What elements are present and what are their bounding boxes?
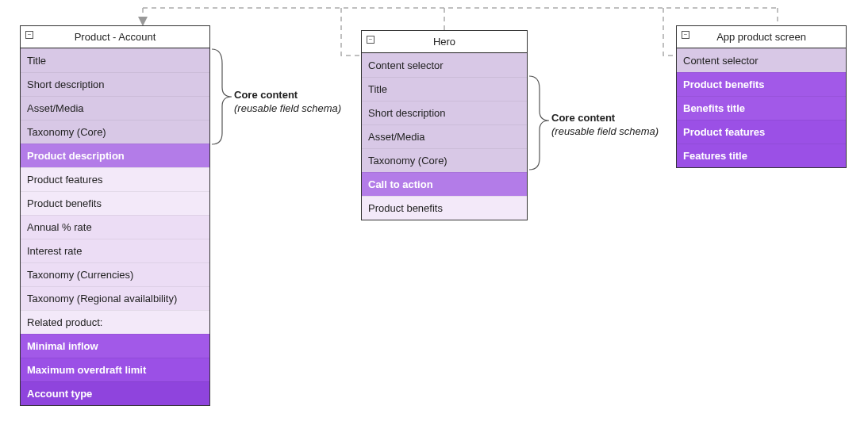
row-label: Product benefits bbox=[368, 202, 443, 214]
row-label: Title bbox=[27, 55, 46, 67]
table-row: Interest rate bbox=[21, 239, 209, 262]
table-row: Taxonomy (Regional availalbility) bbox=[21, 286, 209, 310]
table-row: Annual % rate bbox=[21, 215, 209, 239]
row-label: Product description bbox=[27, 150, 125, 162]
table-row: Product features bbox=[677, 120, 846, 144]
table-app-product-screen: − App product screen Content selectorPro… bbox=[676, 25, 847, 168]
table-row: Account type bbox=[21, 381, 209, 405]
table-row: Product benefits bbox=[677, 72, 846, 96]
row-label: Taxonomy (Core) bbox=[368, 155, 447, 167]
row-label: Asset/Media bbox=[368, 131, 425, 143]
table-row: Features title bbox=[677, 144, 846, 167]
table-row: Product benefits bbox=[21, 191, 209, 215]
table-row: Taxonomy (Currencies) bbox=[21, 262, 209, 286]
table-row: Short description bbox=[21, 72, 209, 96]
row-label: Taxonomy (Core) bbox=[27, 126, 106, 138]
row-label: Taxonomy (Regional availalbility) bbox=[27, 293, 177, 304]
row-label: Interest rate bbox=[27, 245, 82, 257]
table-row: Call to action bbox=[362, 172, 527, 196]
table-row: Title bbox=[362, 77, 527, 101]
row-label: Related product: bbox=[27, 316, 102, 328]
collapse-icon[interactable]: − bbox=[25, 31, 33, 39]
table-row: Content selector bbox=[677, 48, 846, 72]
annotation-core-content-1: Core content (reusable field schema) bbox=[234, 89, 341, 116]
table-hero: − Hero Content selectorTitleShort descri… bbox=[361, 30, 528, 220]
table-header: − Hero bbox=[362, 31, 527, 53]
table-title: Product - Account bbox=[21, 31, 209, 43]
table-row: Benefits title bbox=[677, 96, 846, 120]
annotation-subtitle: (reusable field schema) bbox=[551, 125, 659, 139]
row-label: Asset/Media bbox=[27, 102, 84, 114]
table-row: Asset/Media bbox=[21, 96, 209, 120]
row-label: Maximum overdraft limit bbox=[27, 364, 146, 376]
row-label: Short description bbox=[27, 78, 105, 90]
row-label: Product benefits bbox=[683, 78, 765, 90]
annotation-subtitle: (reusable field schema) bbox=[234, 102, 341, 116]
collapse-icon[interactable]: − bbox=[367, 36, 374, 44]
row-label: Minimal inflow bbox=[27, 340, 98, 352]
table-row: Maximum overdraft limit bbox=[21, 358, 209, 381]
table-row: Taxonomy (Core) bbox=[21, 120, 209, 144]
table-row: Taxonomy (Core) bbox=[362, 148, 527, 172]
table-title: Hero bbox=[362, 36, 527, 48]
table-row: Asset/Media bbox=[362, 124, 527, 148]
collapse-icon[interactable]: − bbox=[682, 31, 689, 39]
row-label: Features title bbox=[683, 150, 747, 162]
table-row: Product features bbox=[21, 167, 209, 191]
table-row: Product benefits bbox=[362, 196, 527, 220]
table-row: Product description bbox=[21, 144, 209, 167]
row-label: Short description bbox=[368, 107, 446, 119]
table-product-account: − Product - Account TitleShort descripti… bbox=[20, 25, 210, 406]
table-row: Related product: bbox=[21, 310, 209, 334]
row-label: Annual % rate bbox=[27, 221, 92, 233]
table-header: − App product screen bbox=[677, 26, 846, 48]
row-label: Title bbox=[368, 83, 387, 95]
row-label: Call to action bbox=[368, 178, 433, 190]
annotation-title: Core content bbox=[234, 89, 341, 102]
row-label: Taxonomy (Currencies) bbox=[27, 269, 133, 281]
row-label: Benefits title bbox=[683, 102, 745, 114]
table-row: Minimal inflow bbox=[21, 334, 209, 358]
row-label: Content selector bbox=[683, 55, 759, 67]
row-label: Account type bbox=[27, 388, 92, 400]
table-row: Title bbox=[21, 48, 209, 72]
row-label: Product benefits bbox=[27, 197, 102, 209]
annotation-core-content-2: Core content (reusable field schema) bbox=[551, 112, 659, 139]
row-label: Product features bbox=[27, 174, 102, 186]
table-header: − Product - Account bbox=[21, 26, 209, 48]
table-title: App product screen bbox=[677, 31, 846, 43]
table-row: Short description bbox=[362, 101, 527, 124]
annotation-title: Core content bbox=[551, 112, 659, 125]
table-row: Content selector bbox=[362, 53, 527, 77]
row-label: Product features bbox=[683, 126, 765, 138]
row-label: Content selector bbox=[368, 59, 444, 71]
